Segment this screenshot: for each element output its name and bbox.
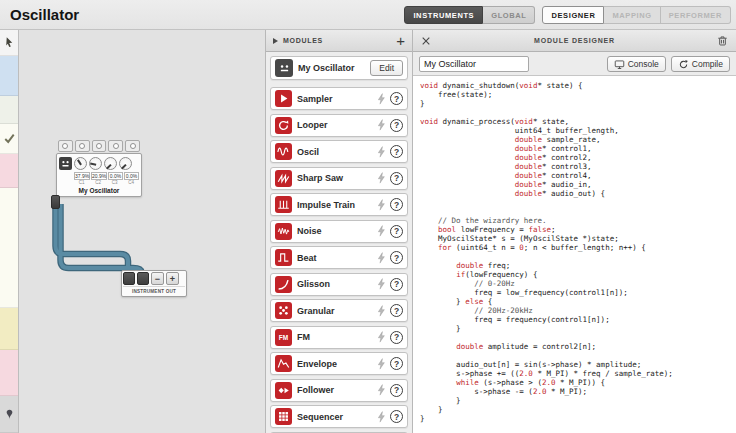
speaker-icon bbox=[59, 157, 72, 170]
palette-gray[interactable] bbox=[0, 396, 18, 433]
help-icon[interactable]: ? bbox=[390, 304, 403, 317]
nav-global[interactable]: GLOBAL bbox=[483, 6, 535, 24]
module-item-envelope[interactable]: Envelope? bbox=[270, 352, 408, 375]
module-item-my-oscillator[interactable]: My Oscillator Edit bbox=[270, 56, 408, 80]
nav-instruments[interactable]: INSTRUMENTS bbox=[404, 6, 483, 24]
bolt-icon[interactable] bbox=[377, 331, 386, 343]
help-icon[interactable]: ? bbox=[390, 384, 403, 397]
code-line: // 0-20Hz bbox=[420, 279, 736, 288]
collapse-arrow-icon[interactable] bbox=[273, 38, 278, 44]
edit-button[interactable]: Edit bbox=[370, 60, 403, 76]
nav-performer[interactable]: PERFORMER bbox=[661, 6, 731, 24]
trash-icon[interactable] bbox=[716, 34, 729, 47]
knob-c1[interactable] bbox=[74, 157, 87, 170]
help-icon[interactable]: ? bbox=[390, 198, 403, 211]
bolt-icon[interactable] bbox=[377, 119, 386, 131]
console-button[interactable]: Console bbox=[607, 56, 666, 72]
help-icon[interactable]: ? bbox=[390, 251, 403, 264]
knob-indicator bbox=[121, 164, 126, 169]
knob-label-row: C1C2C3C4 bbox=[74, 180, 139, 186]
help-icon[interactable]: ? bbox=[390, 172, 403, 185]
module-item-label: Noise bbox=[297, 226, 377, 236]
help-icon[interactable]: ? bbox=[390, 331, 403, 344]
code-line: if(lowFrequency) { bbox=[420, 270, 736, 279]
play-icon bbox=[275, 90, 292, 107]
module-item-label: Looper bbox=[297, 120, 377, 130]
help-icon[interactable]: ? bbox=[390, 357, 403, 370]
palette-pale-green[interactable] bbox=[0, 96, 18, 124]
remove-channel-button[interactable]: − bbox=[151, 272, 164, 285]
module-item-sampler[interactable]: Sampler? bbox=[270, 87, 408, 110]
control-port[interactable] bbox=[58, 140, 73, 152]
knob-c3[interactable] bbox=[104, 157, 117, 170]
control-port[interactable] bbox=[75, 140, 90, 152]
port-circle bbox=[113, 143, 119, 149]
nav-mapping[interactable]: MAPPING bbox=[604, 6, 660, 24]
bolt-icon[interactable] bbox=[377, 199, 386, 211]
module-item-oscil[interactable]: Oscil? bbox=[270, 140, 408, 163]
add-channel-button[interactable]: + bbox=[166, 272, 179, 285]
palette-cream[interactable] bbox=[0, 188, 18, 308]
audio-out-port[interactable] bbox=[51, 195, 60, 209]
bolt-icon[interactable] bbox=[377, 278, 386, 290]
knob-label: C3 bbox=[107, 180, 123, 186]
canvas-module-my-oscillator[interactable]: 37.9%20.9%0.0%0.0% C1C2C3C4 My Oscillato… bbox=[56, 140, 142, 197]
module-item-noise[interactable]: Noise? bbox=[270, 220, 408, 243]
nav-designer[interactable]: DESIGNER bbox=[542, 6, 604, 24]
module-item-beat[interactable]: Beat? bbox=[270, 246, 408, 269]
knob-c2[interactable] bbox=[89, 157, 102, 170]
control-port[interactable] bbox=[92, 140, 107, 152]
noise-icon bbox=[275, 223, 292, 240]
tool-select[interactable] bbox=[0, 30, 18, 56]
code-line: double* control1, bbox=[420, 144, 736, 153]
module-item-sharp-saw[interactable]: Sharp Saw? bbox=[270, 167, 408, 190]
module-item-follower[interactable]: Follower? bbox=[270, 379, 408, 402]
control-port[interactable] bbox=[125, 140, 140, 152]
tool-strip bbox=[0, 30, 19, 433]
module-item-glisson[interactable]: Glisson? bbox=[270, 273, 408, 296]
module-name-input[interactable] bbox=[419, 56, 529, 72]
bolt-icon[interactable] bbox=[377, 411, 386, 423]
palette-rose[interactable] bbox=[0, 350, 18, 396]
fm-icon: FM bbox=[275, 329, 292, 346]
help-icon[interactable]: ? bbox=[390, 410, 403, 423]
control-port[interactable] bbox=[108, 140, 123, 152]
check-icon bbox=[3, 132, 16, 145]
module-item-granular[interactable]: Granular? bbox=[270, 299, 408, 322]
help-icon[interactable]: ? bbox=[390, 119, 403, 132]
palette-blue[interactable] bbox=[0, 56, 18, 96]
module-item-looper[interactable]: Looper? bbox=[270, 114, 408, 137]
compile-button[interactable]: Compile bbox=[671, 56, 730, 72]
canvas-module-instrument-out[interactable]: − + INSTRUMENT OUT bbox=[121, 270, 187, 297]
bolt-icon[interactable] bbox=[377, 305, 386, 317]
palette-pink[interactable] bbox=[0, 154, 18, 188]
help-icon[interactable]: ? bbox=[390, 225, 403, 238]
knob-c4[interactable] bbox=[119, 157, 132, 170]
module-item-fm[interactable]: FMFM? bbox=[270, 326, 408, 349]
code-line: freq = frequency(control1[n]); bbox=[420, 315, 736, 324]
palette-checked[interactable] bbox=[0, 124, 18, 154]
help-icon[interactable]: ? bbox=[390, 92, 403, 105]
cable[interactable] bbox=[56, 200, 129, 273]
help-icon[interactable]: ? bbox=[390, 145, 403, 158]
input-port-1[interactable] bbox=[123, 272, 135, 285]
module-item-impulse-train[interactable]: Impulse Train? bbox=[270, 193, 408, 216]
help-icon[interactable]: ? bbox=[390, 278, 403, 291]
bolt-icon[interactable] bbox=[377, 358, 386, 370]
code-line: } bbox=[420, 405, 736, 414]
patch-canvas[interactable]: 37.9%20.9%0.0%0.0% C1C2C3C4 My Oscillato… bbox=[19, 30, 265, 433]
add-module-button[interactable]: + bbox=[396, 32, 405, 50]
designer-toolbar: Console Compile bbox=[413, 52, 736, 76]
palette-yellow[interactable] bbox=[0, 308, 18, 350]
bolt-icon[interactable] bbox=[377, 225, 386, 237]
close-icon[interactable] bbox=[420, 35, 432, 47]
knob-value: 0.0% bbox=[124, 172, 139, 180]
module-item-sequencer[interactable]: Sequencer? bbox=[270, 405, 408, 428]
bolt-icon[interactable] bbox=[377, 146, 386, 158]
input-port-2[interactable] bbox=[137, 272, 149, 285]
code-editor[interactable]: void dynamic_shutdown(void* state) { fre… bbox=[413, 76, 736, 433]
bolt-icon[interactable] bbox=[377, 172, 386, 184]
bolt-icon[interactable] bbox=[377, 384, 386, 396]
bolt-icon[interactable] bbox=[377, 252, 386, 264]
bolt-icon[interactable] bbox=[377, 93, 386, 105]
